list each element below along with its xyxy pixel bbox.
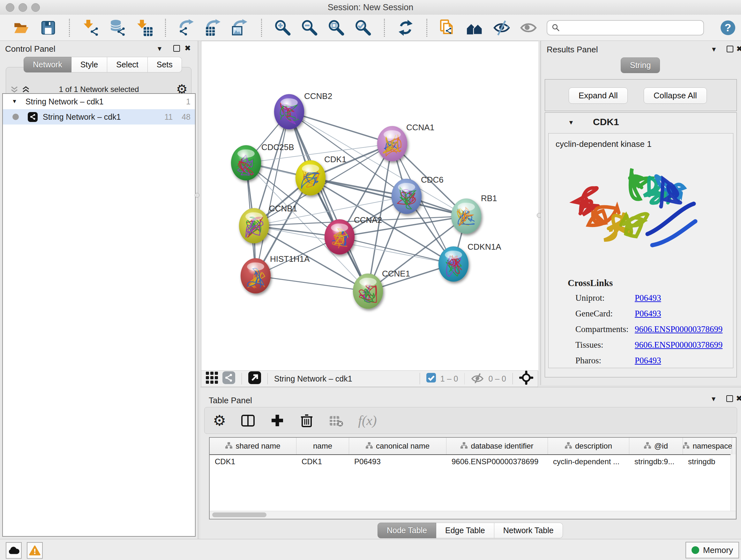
sitemap-icon <box>225 442 232 450</box>
gene-card: ▼ CDK1 cyclin-dependent kinase 1 CrossLi… <box>545 112 737 377</box>
column-header-name[interactable]: name <box>296 438 349 454</box>
results-float-icon[interactable] <box>727 46 733 52</box>
network-selection-status: 1 of 1 Network selected <box>38 85 159 94</box>
gene-card-body: cyclin-dependent kinase 1 CrossLinks Uni… <box>548 133 733 368</box>
column-header-description[interactable]: description <box>548 438 629 454</box>
import-network-from-database-icon[interactable] <box>109 19 126 37</box>
table-close-icon[interactable]: ✖ <box>736 395 741 402</box>
delete-column-icon[interactable] <box>299 413 314 428</box>
new-network-from-selection-icon[interactable] <box>440 19 457 37</box>
warning-button[interactable] <box>27 542 43 559</box>
svg-text:CDC25B: CDC25B <box>261 142 294 152</box>
zoom-selected-icon[interactable] <box>354 19 372 37</box>
tab-style[interactable]: Style <box>71 57 108 72</box>
import-table-from-file-icon[interactable] <box>136 19 153 37</box>
column-header--id[interactable]: @id <box>629 438 683 454</box>
tab-select[interactable]: Select <box>107 57 147 72</box>
column-header-namespace[interactable]: namespace <box>683 438 732 454</box>
tab-network-table[interactable]: Network Table <box>494 523 563 538</box>
gene-collapse-icon[interactable]: ▼ <box>568 119 574 126</box>
show-welcome-screen-icon[interactable] <box>466 19 483 37</box>
hide-selected-icon[interactable] <box>493 19 510 37</box>
toolbar-separator <box>165 19 166 37</box>
column-header-canonical-name[interactable]: canonical name <box>349 438 447 454</box>
network-canvas[interactable]: CCNB2CCNA1CDC25BCDK1CDC6RB1CCNB1CCNA2CDK… <box>201 41 538 371</box>
birdseye-view-icon[interactable] <box>519 371 533 387</box>
crosslink-genecard[interactable]: P06493 <box>635 309 661 319</box>
split-columns-icon[interactable] <box>241 413 255 428</box>
crosslink-tissues[interactable]: 9606.ENSP00000378699 <box>635 340 723 350</box>
sitemap-icon <box>565 442 572 450</box>
selected-checkbox-icon[interactable] <box>426 373 436 384</box>
add-column-icon[interactable] <box>270 413 285 428</box>
crosslink-row: GeneCard:P06493 <box>576 309 729 319</box>
gene-symbol: CDK1 <box>593 117 619 127</box>
zoom-out-icon[interactable] <box>301 19 318 37</box>
search-icon <box>552 23 560 32</box>
results-panel-title: Results Panel <box>547 45 598 55</box>
crosslink-uniprot[interactable]: P06493 <box>635 293 661 303</box>
delete-table-icon[interactable] <box>329 413 343 428</box>
expand-all-button[interactable]: Expand All <box>569 87 628 104</box>
export-image-icon[interactable] <box>232 19 249 37</box>
toolbar-separator <box>384 19 385 37</box>
network-collection-row[interactable]: ▼ String Network – cdk1 1 <box>3 94 195 109</box>
zoom-fit-content-icon[interactable] <box>328 19 345 37</box>
control-panel: Control Panel ▾ ✖ NetworkStyleSelectSets… <box>0 41 198 539</box>
tab-node-table[interactable]: Node Table <box>378 523 436 538</box>
sitemap-icon <box>644 442 651 450</box>
results-menu-icon[interactable]: ▾ <box>712 45 716 53</box>
network-share-icon[interactable] <box>222 371 235 386</box>
apply-preferred-layout-icon[interactable] <box>397 19 414 37</box>
hidden-counts: 0 – 0 <box>488 374 506 383</box>
cloud-button[interactable] <box>6 542 22 559</box>
search-input[interactable] <box>563 23 699 33</box>
save-session-icon[interactable] <box>40 19 57 37</box>
panel-float-icon[interactable] <box>173 45 180 52</box>
column-header-database-identifier[interactable]: database identifier <box>447 438 548 454</box>
tab-network[interactable]: Network <box>23 57 71 72</box>
search-box[interactable] <box>547 20 704 36</box>
help-button[interactable]: ? <box>721 20 735 35</box>
protein-structure-image[interactable] <box>568 152 708 274</box>
table-vertical-scrollbar[interactable] <box>731 454 736 511</box>
settings-gear-icon[interactable]: ⚙ <box>213 413 226 428</box>
panel-close-icon[interactable]: ✖ <box>185 44 191 52</box>
import-network-from-file-icon[interactable] <box>82 19 99 37</box>
table-horizontal-scrollbar[interactable] <box>210 511 736 519</box>
show-all-icon[interactable] <box>520 19 537 37</box>
grid-view-icon[interactable] <box>206 372 218 386</box>
crosslink-pharos[interactable]: P06493 <box>635 356 661 366</box>
table-float-icon[interactable] <box>726 395 733 402</box>
memory-button[interactable]: Memory <box>685 542 739 558</box>
column-header-shared-name[interactable]: shared name <box>210 438 296 454</box>
panel-menu-icon[interactable]: ▾ <box>158 45 161 52</box>
network-node-RB1 <box>451 199 481 234</box>
export-network-icon[interactable] <box>178 19 195 37</box>
zoom-in-icon[interactable] <box>274 19 291 37</box>
scrollbar-thumb[interactable] <box>212 512 266 517</box>
collapse-triangle-icon[interactable]: ▼ <box>12 98 17 105</box>
network-row-selected[interactable]: String Network – cdk1 11 48 <box>3 109 195 125</box>
tab-sets[interactable]: Sets <box>148 57 182 72</box>
left-splitter-handle[interactable] <box>195 193 199 198</box>
collapse-all-button[interactable]: Collapse All <box>644 87 707 104</box>
export-table-icon[interactable] <box>205 19 222 37</box>
network-view-title: String Network – cdk1 <box>274 374 352 383</box>
table-row[interactable]: CDK1CDK1P064939606.ENSP00000378699cyclin… <box>210 455 736 469</box>
function-builder-icon[interactable]: f(x) <box>358 413 377 428</box>
tab-edge-table[interactable]: Edge Table <box>436 523 494 538</box>
crosslink-row: Tissues:9606.ENSP00000378699 <box>576 340 729 350</box>
table-menu-icon[interactable]: ▾ <box>712 395 716 402</box>
results-panel: Results Panel ▾ ✖ String Expand All Coll… <box>541 41 741 385</box>
hidden-eye-icon[interactable] <box>471 372 484 385</box>
sitemap-icon <box>366 442 373 450</box>
network-node-CCNA1 <box>377 126 407 161</box>
crosslink-row: Pharos:P06493 <box>576 356 729 366</box>
table-toolbar: ⚙f(x) <box>204 407 737 434</box>
tab-string[interactable]: String <box>621 57 660 73</box>
open-in-new-icon[interactable] <box>248 371 261 386</box>
open-session-icon[interactable] <box>13 19 30 37</box>
crosslink-compartments[interactable]: 9606.ENSP00000378699 <box>635 324 723 334</box>
results-close-icon[interactable]: ✖ <box>736 45 741 53</box>
